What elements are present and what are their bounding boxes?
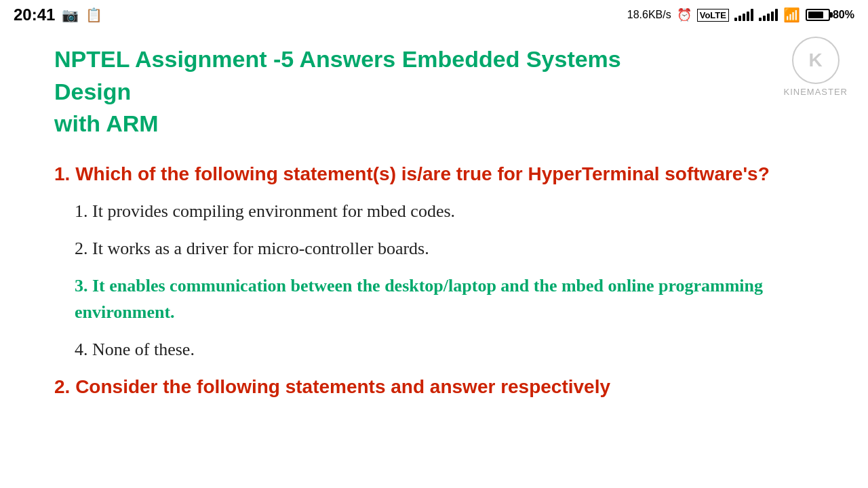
answer-1-2: 2. It works as a driver for micro-contro…	[75, 235, 814, 262]
calendar-icon: 📋	[85, 7, 102, 23]
question-2-partial: 2. Consider the following statements and…	[54, 376, 814, 398]
battery-fill	[808, 12, 823, 18]
camera-icon: 📷	[62, 7, 79, 23]
status-left: 20:41 📷 📋	[14, 5, 102, 24]
page-title: NPTEL Assignment -5 Answers Embedded Sys…	[54, 43, 698, 140]
network-speed: 18.6KB/s	[627, 9, 671, 21]
battery-container: 80%	[806, 9, 854, 21]
battery-percent: 80%	[833, 9, 854, 21]
kinemaster-circle: K	[792, 37, 840, 84]
alarm-icon: ⏰	[677, 7, 692, 22]
status-right: 18.6KB/s ⏰ VoLTE 📶 80%	[627, 7, 854, 23]
time-display: 20:41	[14, 5, 55, 24]
signal-icon-2	[759, 9, 778, 21]
battery-icon	[806, 9, 830, 21]
answer-1-3: 3. It enables communication between the …	[75, 272, 814, 325]
answer-1-1: 1. It provides compiling environment for…	[75, 198, 814, 224]
kinemaster-label: KINEMASTER	[783, 87, 848, 97]
signal-icon-1	[734, 9, 753, 21]
main-content: K KINEMASTER NPTEL Assignment -5 Answers…	[0, 30, 868, 411]
questions-list: 1. Which of the following statement(s) i…	[54, 161, 814, 363]
answers-list-1: 1. It provides compiling environment for…	[54, 198, 814, 363]
volte-icon: VoLTE	[697, 9, 729, 22]
question-1: 1. Which of the following statement(s) i…	[54, 161, 814, 363]
status-bar: 20:41 📷 📋 18.6KB/s ⏰ VoLTE 📶 80%	[0, 0, 868, 30]
kinemaster-logo: K KINEMASTER	[783, 37, 848, 97]
question-1-text: 1. Which of the following statement(s) i…	[54, 161, 814, 187]
answer-1-4: 4. None of these.	[75, 336, 814, 363]
wifi-icon: 📶	[783, 7, 800, 23]
